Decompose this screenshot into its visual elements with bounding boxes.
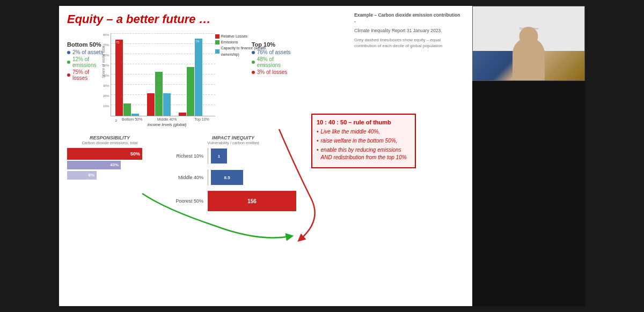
bar-middle40-capacity [163,93,171,116]
bar-middle40-losses [147,93,155,116]
rule-item-2-text: raise welfare in the bottom 50%, [321,137,398,145]
bottom50-emissions: 12% of emissions [72,56,105,68]
impact-row-richest: Richest 10% 1 [169,148,298,164]
rule-item-1-text: Live like the middle 40%, [321,128,380,136]
impact-label-richest: Richest 10% [169,153,203,159]
rule-item-3: • enable this by reducing emissions AND … [317,146,411,161]
rule-box-column: 10 : 40 : 50 – rule of thumb • Live like… [311,114,419,216]
resp-bar-2: 43% 8% [67,164,152,176]
slide-content: Equity – a better future … Example – Car… [59,6,472,306]
impact-title: IMPACT INEQUITY [169,135,298,140]
bar-group-middle40 [147,72,179,116]
bar-top10-capacity: 76 [195,39,202,116]
impact-row-poorest: Poorest 50% 156 [169,191,298,211]
bar-top10-emissions [187,67,194,116]
impact-bar-richest: 1 [208,148,227,164]
left-column: Bottom 50% 2% of assets 12% of emissions… [67,31,298,216]
top10-losses: 3% of losses [257,69,288,75]
assets-bullet [67,51,70,54]
x-label-bottom50: Bottom 50% [115,117,150,121]
impact-section: IMPACT INEQUITY Vulnerability / carbon e… [169,135,298,216]
bar-bottom50-capacity: 2 [131,114,139,116]
bottom50-title: Bottom 50% [67,41,105,48]
top10-emissions: 48% of emissions [257,56,298,68]
x-label-top10: Top 10% [185,117,219,121]
grey-note: Grey dashed lines/boxes show equity – eq… [354,37,462,49]
rule-item-2: • raise welfare in the bottom 50%, [317,137,411,145]
legend-green-dot [215,40,219,44]
rule-item-3-text: enable this by reducing emissions AND re… [321,146,411,161]
bar-bottom50-emissions [123,103,131,116]
x-label-middle40: Middle 40% [150,117,185,121]
impact-row-middle: Middle 40% 8.5 [169,169,298,185]
bar-top10-losses [179,113,186,116]
legend-capacity: Capacity to finance (wealth ownership) [215,45,274,57]
chart-x-title: Income levels (global) [115,122,219,127]
bar-middle40-emissions [155,72,163,116]
losses-bullet [67,73,70,77]
legend-red-dot [215,34,219,39]
person-silhouette [513,38,545,80]
bar-chart-area: Relative Losses Emissions Capacity to fi… [111,33,219,127]
legend-relative-losses: Relative Losses [215,33,274,39]
responsibility-subtitle: Carbon dioxide emissions, total [67,140,152,145]
impact-bar-middle: 8.5 [208,169,243,185]
legend-emissions: Emissions [215,39,274,45]
legend-blue-dot [215,49,219,54]
bottom50-stats: Bottom 50% 2% of assets 12% of emissions… [67,41,105,82]
responsibility-section: RESPONSIBILITY Carbon dioxide emissions,… [67,135,152,180]
example-subtitle: Climate Inequality Report 31 January 202… [354,28,462,34]
resp-bar-1: 50% [67,148,152,160]
rule-title: 10 : 40 : 50 – rule of thumb [317,119,411,125]
impact-subtitle: Vulnerability / carbon emitted [169,140,298,145]
top10-emissions-bullet [252,61,255,64]
video-box: Slide preview [472,6,585,81]
bottom50-assets: 2% of assets [72,49,103,55]
responsibility-title: RESPONSIBILITY [67,135,152,140]
chart-legend: Relative Losses Emissions Capacity to fi… [215,33,274,57]
example-text: Example – Carbon dioxide emission contri… [354,12,462,49]
slide-container: Equity – a better future … Example – Car… [59,6,585,306]
impact-bar-poorest: 156 [208,191,296,211]
impact-label-middle: Middle 40% [169,175,203,180]
bar-group-bottom50: 75 2 [115,40,147,116]
rule-box: 10 : 40 : 50 – rule of thumb • Live like… [311,114,416,168]
impact-label-poorest: Poorest 50% [169,198,203,204]
emissions-bullet [67,61,70,64]
rule-item-1: • Live like the middle 40%, [317,128,411,136]
top10-losses-bullet [252,71,255,74]
video-person: Slide preview [473,6,584,80]
bar-bottom50-losses: 75 [115,40,123,116]
bottom50-losses: 75% of losses [72,69,105,81]
bar-group-top10: 76 [179,39,210,116]
example-title: Example – Carbon dioxide emission contri… [354,12,462,25]
y-axis-label: Share of world total [101,46,105,78]
video-panel: Slide preview [472,6,585,306]
